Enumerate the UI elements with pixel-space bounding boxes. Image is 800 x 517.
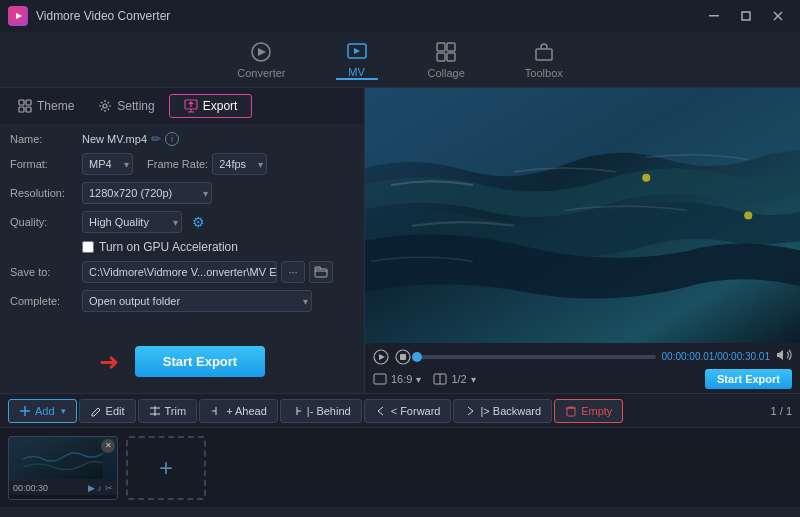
add-clip-label: + xyxy=(159,454,173,482)
tab-theme[interactable]: Theme xyxy=(8,95,84,117)
clip-icons: ▶ ♪ ✂ xyxy=(88,483,114,493)
svg-marker-7 xyxy=(258,48,266,56)
volume-button[interactable] xyxy=(776,347,792,366)
complete-select[interactable]: Open output folder xyxy=(82,290,312,312)
volume-small-icon: ♪ xyxy=(98,483,103,493)
quality-label: Quality: xyxy=(10,216,82,228)
close-button[interactable] xyxy=(764,5,792,27)
play-small-icon: ▶ xyxy=(88,483,95,493)
maximize-button[interactable] xyxy=(732,5,760,27)
add-clip-button[interactable]: + xyxy=(126,436,206,500)
nav-toolbox-label: Toolbox xyxy=(525,67,563,79)
form-row-gpu: Turn on GPU Acceleration xyxy=(10,240,354,254)
saveto-label: Save to: xyxy=(10,266,82,278)
video-preview xyxy=(365,88,800,343)
behind-button-label: |- Behind xyxy=(307,405,351,417)
nav-toolbox[interactable]: Toolbox xyxy=(515,41,573,79)
empty-button-label: Empty xyxy=(581,405,612,417)
quality-gear-button[interactable]: ⚙ xyxy=(188,212,208,232)
start-export-right-button[interactable]: Start Export xyxy=(705,369,792,389)
fraction-dropdown[interactable]: ▾ xyxy=(471,374,476,385)
edit-button-label: Edit xyxy=(106,405,125,417)
path-row: C:\Vidmore\Vidmore V...onverter\MV Expor… xyxy=(82,261,333,283)
form-row-complete: Complete: Open output folder xyxy=(10,290,354,312)
behind-button[interactable]: |- Behind xyxy=(280,399,362,423)
minimize-button[interactable] xyxy=(700,5,728,27)
resolution-select[interactable]: 1280x720 (720p) xyxy=(82,182,212,204)
name-value: New MV.mp4 xyxy=(82,133,147,145)
form-row-resolution: Resolution: 1280x720 (720p) xyxy=(10,182,354,204)
controls-row2: 16:9 ▾ 1/2 ▾ Start Export xyxy=(373,369,792,389)
form-row-name: Name: New MV.mp4 ✏ i xyxy=(10,132,354,146)
svg-rect-3 xyxy=(742,12,750,20)
nav-converter[interactable]: Converter xyxy=(227,41,295,79)
ratio-select: 16:9 ▾ 1/2 ▾ xyxy=(373,372,476,386)
clip-item: 00:00:30 ▶ ♪ ✂ ✕ xyxy=(8,436,118,500)
svg-rect-2 xyxy=(709,15,719,17)
clip-info: 00:00:30 ▶ ♪ ✂ xyxy=(9,481,117,495)
forward-button[interactable]: < Forward xyxy=(364,399,452,423)
clip-close-button[interactable]: ✕ xyxy=(101,439,115,453)
stop-button[interactable] xyxy=(395,349,411,365)
ahead-button[interactable]: + Ahead xyxy=(199,399,278,423)
backward-button[interactable]: |> Backward xyxy=(453,399,552,423)
format-select[interactable]: MP4 xyxy=(82,153,133,175)
video-controls: 00:00:00.01/00:00:30.01 16:9 ▾ 1/2 ▾ Sta… xyxy=(365,343,800,393)
framerate-select[interactable]: 24fps xyxy=(212,153,267,175)
svg-rect-9 xyxy=(437,43,445,51)
tab-setting[interactable]: Setting xyxy=(88,95,164,117)
main-layout: Theme Setting Export Name xyxy=(0,88,800,393)
cut-small-icon: ✂ xyxy=(105,483,113,493)
backward-button-label: |> Backward xyxy=(480,405,541,417)
name-label: Name: xyxy=(10,133,82,145)
progress-bar[interactable] xyxy=(417,355,656,359)
info-icon[interactable]: i xyxy=(165,132,179,146)
quality-select[interactable]: High Quality xyxy=(82,211,182,233)
edit-icon[interactable]: ✏ xyxy=(151,132,161,146)
ratio-dropdown[interactable]: ▾ xyxy=(416,374,421,385)
svg-rect-11 xyxy=(437,53,445,61)
nav-collage[interactable]: Collage xyxy=(418,41,475,79)
right-panel: 00:00:00.01/00:00:30.01 16:9 ▾ 1/2 ▾ Sta… xyxy=(365,88,800,393)
svg-point-18 xyxy=(103,104,107,108)
svg-rect-15 xyxy=(26,100,31,105)
title-bar-controls xyxy=(700,5,792,27)
svg-rect-36 xyxy=(23,439,103,479)
svg-marker-25 xyxy=(379,354,385,360)
trim-button[interactable]: Trim xyxy=(138,399,198,423)
start-export-area: ➜ Start Export xyxy=(0,330,364,393)
bottom-toolbar: Add ▾ Edit Trim + Ahead |- Behind < Forw… xyxy=(0,393,800,427)
tab-export-label: Export xyxy=(203,99,238,113)
svg-rect-27 xyxy=(400,354,406,360)
format-select-wrapper: MP4 xyxy=(82,153,133,175)
nav-converter-label: Converter xyxy=(237,67,285,79)
top-nav: Converter MV Collage Toolbox xyxy=(0,32,800,88)
clip-time: 00:00:30 xyxy=(13,483,48,493)
svg-rect-13 xyxy=(536,49,552,60)
path-more-button[interactable]: ··· xyxy=(281,261,305,283)
add-button[interactable]: Add ▾ xyxy=(8,399,77,423)
svg-rect-20 xyxy=(315,269,327,277)
controls-row1: 00:00:00.01/00:00:30.01 xyxy=(373,347,792,366)
framerate-label: Frame Rate: xyxy=(147,158,208,170)
format-label: Format: xyxy=(10,158,82,170)
empty-button[interactable]: Empty xyxy=(554,399,623,423)
complete-label: Complete: xyxy=(10,295,82,307)
edit-button[interactable]: Edit xyxy=(79,399,136,423)
gpu-checkbox[interactable] xyxy=(82,241,94,253)
video-area xyxy=(365,88,800,343)
app-logo xyxy=(8,6,28,26)
svg-point-22 xyxy=(642,174,650,182)
resolution-select-wrapper: 1280x720 (720p) xyxy=(82,182,212,204)
path-browse-button[interactable] xyxy=(309,261,333,283)
play-button[interactable] xyxy=(373,349,389,365)
forward-button-label: < Forward xyxy=(391,405,441,417)
tab-export[interactable]: Export xyxy=(169,94,253,118)
resolution-label: Resolution: xyxy=(10,187,82,199)
gpu-label: Turn on GPU Acceleration xyxy=(99,240,238,254)
svg-rect-35 xyxy=(567,408,575,416)
start-export-button[interactable]: Start Export xyxy=(135,346,265,377)
nav-collage-label: Collage xyxy=(428,67,465,79)
progress-thumb xyxy=(412,352,422,362)
nav-mv[interactable]: MV xyxy=(336,40,378,80)
